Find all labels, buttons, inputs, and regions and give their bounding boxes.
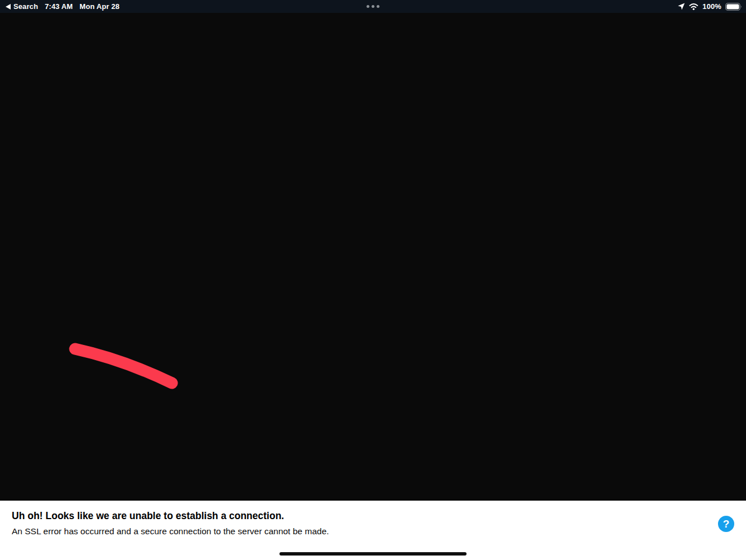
multitasking-dots[interactable] — [367, 0, 380, 13]
wifi-icon — [689, 3, 698, 10]
error-texts: Uh oh! Looks like we are unable to estab… — [12, 510, 329, 536]
status-time: 7:43 AM — [45, 2, 73, 11]
back-triangle-icon — [6, 4, 11, 10]
home-indicator[interactable] — [279, 552, 467, 556]
error-title: Uh oh! Looks like we are unable to estab… — [12, 510, 329, 522]
battery-icon — [725, 3, 742, 11]
question-mark-icon: ? — [723, 518, 730, 530]
red-brush-stroke — [75, 349, 172, 383]
back-to-search-button[interactable]: Search — [6, 2, 38, 11]
connection-error-bar: Uh oh! Looks like we are unable to estab… — [0, 501, 746, 560]
location-arrow-icon — [678, 3, 685, 10]
three-dots-icon — [372, 5, 375, 8]
battery-percent: 100% — [702, 2, 721, 11]
three-dots-icon — [377, 5, 380, 8]
brush-stroke-layer — [0, 13, 746, 501]
three-dots-icon — [367, 5, 370, 8]
status-bar: Search 7:43 AM Mon Apr 28 100% — [0, 0, 746, 13]
drawing-canvas[interactable] — [0, 13, 746, 501]
error-message: An SSL error has occurred and a secure c… — [12, 526, 329, 536]
status-date: Mon Apr 28 — [80, 2, 119, 11]
help-button[interactable]: ? — [718, 516, 734, 532]
back-label: Search — [13, 2, 38, 11]
status-bar-left: Search 7:43 AM Mon Apr 28 — [0, 2, 119, 11]
status-bar-right: 100% — [678, 2, 746, 11]
